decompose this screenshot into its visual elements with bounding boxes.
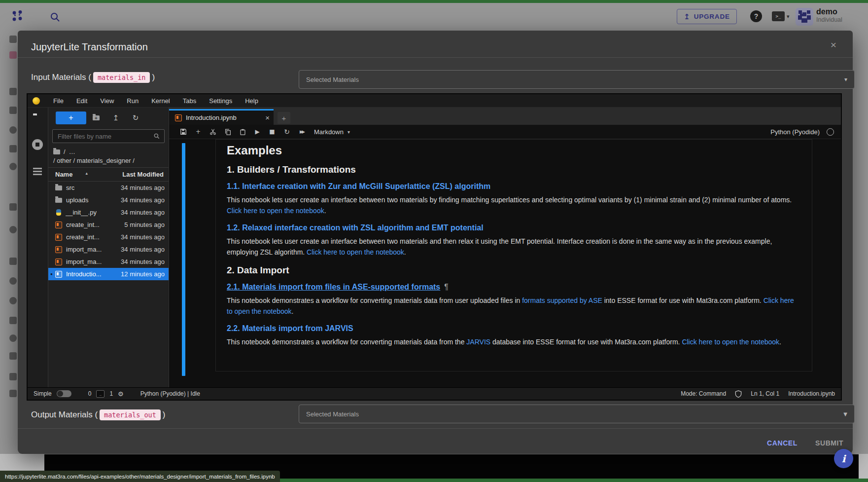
upload-files-button[interactable]: ↥ xyxy=(106,111,126,124)
save-button[interactable] xyxy=(176,126,191,138)
output-materials-text: Output Materials ( xyxy=(31,410,98,420)
filter-files-input[interactable] xyxy=(57,132,153,141)
breadcrumb-root: / xyxy=(64,148,66,155)
simple-mode-toggle[interactable] xyxy=(57,390,71,397)
file-name: import_ma... xyxy=(66,258,102,265)
markdown-cell[interactable]: Examples 1. Builders / Transformations 1… xyxy=(215,139,812,371)
copy-icon xyxy=(225,129,231,135)
insert-cell-button[interactable]: + xyxy=(191,126,206,138)
file-row-uploads[interactable]: uploads 34 minutes ago xyxy=(48,194,169,206)
new-launcher-button[interactable]: + xyxy=(56,111,86,124)
interrupt-kernel-button[interactable]: ■ xyxy=(265,126,279,138)
cut-cell-button[interactable] xyxy=(206,126,220,138)
file-row-src[interactable]: src 34 minutes ago xyxy=(48,182,169,194)
cell-type-dropdown[interactable]: Markdown ▾ xyxy=(314,128,350,136)
active-cell-collapser[interactable] xyxy=(182,143,185,376)
file-row-create-int-2[interactable]: create_int... 34 minutes ago xyxy=(48,231,169,243)
user-avatar[interactable] xyxy=(796,8,813,26)
cancel-button[interactable]: CANCEL xyxy=(762,436,802,450)
breadcrumb[interactable]: / … xyxy=(48,146,169,156)
home-folder-icon xyxy=(53,149,60,154)
user-info[interactable]: demo Individual xyxy=(816,7,842,23)
refresh-file-list-button[interactable]: ↻ xyxy=(126,111,145,124)
tab-introduction-ipynb[interactable]: Introduction.ipynb × xyxy=(169,109,274,125)
screen: ↥ UPGRADE ? >_ ▾ demo Individual Jupyter… xyxy=(0,0,868,482)
menu-tabs[interactable]: Tabs xyxy=(176,97,203,105)
close-tab-icon[interactable]: × xyxy=(265,113,270,122)
divider xyxy=(18,57,853,58)
jarvis-link[interactable]: JARVIS xyxy=(466,338,490,346)
input-selected-materials-dropdown[interactable]: Selected Materials ▾ xyxy=(299,70,855,89)
menu-kernel[interactable]: Kernel xyxy=(145,97,176,105)
folder-icon xyxy=(55,198,62,203)
notebook-h3-2-2[interactable]: 2.2. Materials import from JARVIS xyxy=(227,324,801,333)
paste-cell-button[interactable] xyxy=(235,126,250,138)
file-row-create-int-1[interactable]: create_int... 5 minutes ago xyxy=(48,219,169,231)
open-notebook-link[interactable]: Click here to open the notebook xyxy=(227,207,324,215)
column-name[interactable]: Name xyxy=(55,171,72,178)
open-notebook-link[interactable]: Click here to open the notebook xyxy=(307,248,404,256)
menu-edit[interactable]: Edit xyxy=(70,97,94,105)
table-of-contents-icon[interactable] xyxy=(33,168,42,169)
floppy-icon xyxy=(180,128,187,135)
file-modified: 34 minutes ago xyxy=(121,196,165,204)
paren-close: ) xyxy=(163,410,166,420)
restart-run-all-button[interactable]: ▶▶ xyxy=(294,126,309,138)
file-row-init-py[interactable]: __init__.py 34 minutes ago xyxy=(48,206,169,219)
breadcrumb-path[interactable]: / other / materials_designer / xyxy=(48,156,169,167)
new-folder-button[interactable]: + xyxy=(86,111,106,124)
breadcrumb-ellipsis[interactable]: … xyxy=(69,148,75,155)
ase-formats-link[interactable]: formats supported by ASE xyxy=(522,297,602,304)
copy-cell-button[interactable] xyxy=(220,126,235,138)
upgrade-button[interactable]: ↥ UPGRADE xyxy=(677,9,737,24)
notebook-file-icon xyxy=(55,271,62,278)
upgrade-label: UPGRADE xyxy=(694,13,730,20)
file-browser: + + ↥ ↻ xyxy=(48,108,169,387)
app-topbar: ↥ UPGRADE ? >_ ▾ demo Individual xyxy=(0,3,868,31)
submit-button[interactable]: SUBMIT xyxy=(810,436,848,450)
notebook-h3-1-2[interactable]: 1.2. Relaxed interface creation with ZSL… xyxy=(227,223,801,232)
question-glyph: ? xyxy=(754,12,759,20)
help-icon[interactable]: ? xyxy=(750,10,762,22)
menu-view[interactable]: View xyxy=(94,97,120,105)
search-icon[interactable] xyxy=(49,11,61,23)
file-row-introduction-selected[interactable]: ● Introductio... 12 minutes ago xyxy=(48,268,169,280)
run-cell-button[interactable]: ▶ xyxy=(250,126,265,138)
folder-icon xyxy=(55,185,62,190)
column-last-modified[interactable]: Last Modified xyxy=(122,171,164,178)
file-row-import-ma-1[interactable]: import_ma... 34 minutes ago xyxy=(48,243,169,256)
link-url-statusbar: https://jupyterlite.mat3ra.com/files/api… xyxy=(0,471,280,482)
search-icon xyxy=(153,133,160,140)
sort-ascending-icon: ▴ xyxy=(85,171,88,178)
info-button[interactable]: i xyxy=(834,449,853,468)
restart-kernel-button[interactable]: ↻ xyxy=(279,126,294,138)
menu-help[interactable]: Help xyxy=(239,97,265,105)
output-selected-materials-dropdown[interactable]: Selected Materials ▼ xyxy=(299,405,855,423)
cell-type-label: Markdown xyxy=(314,128,344,136)
notebook-h3-1-1[interactable]: 1.1. Interface creation with Zur and McG… xyxy=(227,182,801,191)
kernel-status[interactable]: Python (Pyodide) | Idle xyxy=(140,390,200,397)
add-tab-button[interactable]: + xyxy=(278,112,290,124)
filter-files-box xyxy=(52,129,165,143)
notebook-h1: Examples xyxy=(227,144,801,157)
open-notebook-link[interactable]: Click here to open the notebook xyxy=(682,338,779,346)
kernel-indicator[interactable]: Python (Pyodide) xyxy=(770,128,838,136)
console-menu-button[interactable]: >_ ▾ xyxy=(772,11,790,21)
file-modified: 34 minutes ago xyxy=(121,209,165,216)
running-sessions-icon[interactable] xyxy=(32,139,43,150)
menu-settings[interactable]: Settings xyxy=(203,97,239,105)
pilcrow-anchor-icon[interactable]: ¶ xyxy=(444,283,449,291)
notebook-h3-2-1-hovered[interactable]: 2.1. Materials import from files in ASE-… xyxy=(227,283,801,292)
cursor-position[interactable]: Ln 1, Col 1 xyxy=(751,390,779,397)
menu-run[interactable]: Run xyxy=(120,97,145,105)
kernel-gear-icon: ⚙ xyxy=(118,390,124,398)
statusbar-filename: Introduction.ipynb xyxy=(788,390,835,397)
dimmed-sidebar-icon xyxy=(9,277,17,285)
jupyter-activity-rail xyxy=(28,108,48,387)
file-name: src xyxy=(66,184,74,191)
menu-file[interactable]: File xyxy=(47,97,70,105)
close-icon[interactable]: × xyxy=(826,37,841,52)
file-row-import-ma-2[interactable]: import_ma... 34 minutes ago xyxy=(48,256,169,268)
file-modified: 12 minutes ago xyxy=(121,270,165,278)
paragraph-text: This notebook lets user create an interf… xyxy=(227,196,792,204)
